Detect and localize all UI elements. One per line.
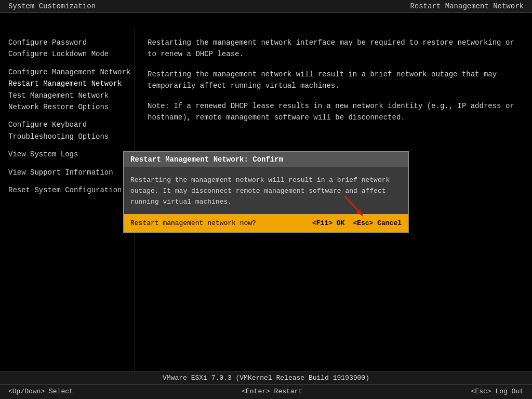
status-bar: <Up/Down> Select <Enter> Restart <Esc> L… [0,384,532,399]
vmware-footer: VMware ESXi 7.0.3 (VMKernel Release Buil… [0,371,532,384]
confirm-modal: Restart Management Network: Confirm Rest… [123,151,409,233]
modal-question: Restart management network now? [130,219,256,227]
arrow-indicator [339,191,370,224]
status-right: <Esc> Log Out [471,388,524,396]
status-left: <Up/Down> Select [8,388,73,396]
vmware-version: VMware ESXi 7.0.3 (VMKernel Release Buil… [163,374,369,382]
modal-title: Restart Management Network: Confirm [124,152,408,167]
modal-buttons: <F11> OK <Esc> Cancel [312,219,402,227]
modal-footer: Restart management network now? <F11> OK… [124,214,408,232]
modal-overlay: Restart Management Network: Confirm Rest… [0,16,532,369]
top-bar-left: System Customization [8,2,96,10]
top-bar: System Customization Restart Management … [0,0,532,13]
status-center: <Enter> Restart [242,388,302,396]
top-bar-right: Restart Management Network [410,2,524,10]
